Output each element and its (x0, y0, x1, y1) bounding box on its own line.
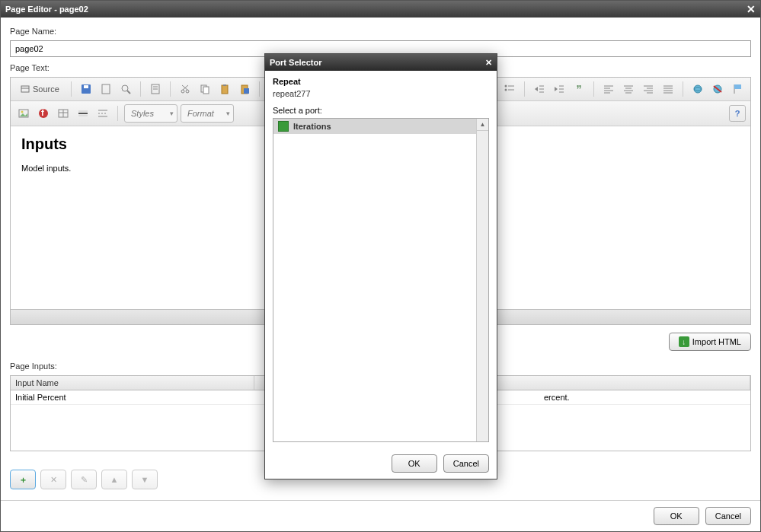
indent-button[interactable] (551, 81, 568, 97)
svg-point-11 (186, 90, 189, 93)
modal-subheader: repeat277 (273, 89, 489, 98)
window-title: Page Editor - page02 (5, 5, 88, 14)
svg-text:f: f (41, 108, 44, 117)
svg-rect-17 (223, 84, 226, 86)
toolbar-separator (524, 81, 525, 97)
modal-titlebar: Port Selector ✕ (265, 54, 497, 71)
align-justify-button[interactable] (660, 81, 676, 97)
hr-button[interactable] (75, 105, 91, 122)
paste-word-icon (239, 84, 250, 94)
svg-point-10 (181, 90, 184, 93)
flash-icon: f (38, 108, 49, 119)
source-icon (21, 84, 30, 94)
import-html-button[interactable]: ↓ Import HTML (669, 333, 751, 351)
svg-marker-29 (535, 87, 538, 91)
toolbar-separator (593, 81, 594, 97)
svg-point-5 (122, 85, 128, 91)
flash-button[interactable]: f (35, 105, 52, 122)
outdent-button[interactable] (531, 81, 548, 97)
modal-body: Repeat repeat277 Select a port: Iteratio… (265, 71, 497, 448)
format-dropdown[interactable]: Format (181, 104, 234, 123)
port-item-label: Iterations (293, 122, 331, 131)
port-icon (278, 121, 289, 132)
table-button[interactable] (55, 105, 72, 122)
import-html-label: Import HTML (692, 337, 741, 346)
link-button[interactable] (689, 81, 706, 97)
unlink-button[interactable] (709, 81, 726, 97)
move-down-button[interactable]: ▼ (132, 470, 158, 489)
toolbar-separator (140, 81, 141, 97)
move-up-button[interactable]: ▲ (101, 470, 127, 489)
bullet-list-button[interactable] (501, 81, 518, 97)
source-label: Source (33, 84, 59, 94)
svg-rect-0 (21, 86, 29, 92)
help-button[interactable]: ? (729, 105, 746, 122)
flag-icon (732, 84, 743, 94)
paste-word-button[interactable] (236, 81, 253, 97)
templates-button[interactable] (147, 81, 164, 97)
scroll-up-icon[interactable]: ▲ (477, 119, 488, 131)
align-right-button[interactable] (640, 81, 657, 97)
cancel-label: Cancel (715, 511, 741, 521)
styles-dropdown[interactable]: Styles (124, 104, 177, 123)
unlink-icon (711, 84, 724, 94)
template-icon (151, 84, 160, 94)
port-selector-dialog: Port Selector ✕ Repeat repeat277 Select … (264, 53, 497, 479)
scrollbar[interactable]: ▲ (476, 119, 488, 441)
modal-ok-button[interactable]: OK (392, 454, 437, 473)
remove-input-button[interactable]: ✕ (40, 470, 66, 489)
svg-rect-57 (734, 84, 741, 89)
toolbar-separator (683, 81, 683, 97)
save-button[interactable] (78, 81, 94, 97)
align-right-icon (643, 84, 654, 94)
paste-icon (219, 84, 230, 94)
main-cancel-button[interactable]: Cancel (705, 507, 751, 525)
magnifier-icon (120, 84, 131, 94)
svg-point-53 (694, 85, 702, 93)
main-footer-buttons: OK Cancel (1, 500, 760, 531)
ul-icon (504, 84, 515, 94)
edit-input-button[interactable]: ✎ (71, 470, 97, 489)
titlebar: Page Editor - page02 ✕ (1, 1, 760, 18)
pagebreak-button[interactable] (94, 105, 111, 122)
format-label: Format (187, 109, 214, 118)
modal-footer: OK Cancel (265, 448, 497, 479)
copy-icon (200, 84, 210, 94)
page-name-label: Page Name: (10, 27, 751, 36)
download-icon: ↓ (679, 336, 689, 347)
image-button[interactable] (15, 105, 32, 122)
preview-button[interactable] (117, 81, 134, 97)
new-page-button[interactable] (98, 81, 114, 97)
pagebreak-icon (98, 109, 108, 118)
table-icon (58, 109, 69, 118)
plus-icon: ＋ (19, 474, 27, 486)
quote-icon: ” (577, 83, 582, 95)
close-icon[interactable]: ✕ (747, 3, 756, 15)
main-ok-button[interactable]: OK (654, 507, 699, 525)
align-center-button[interactable] (620, 81, 637, 97)
port-list[interactable]: Iterations (273, 119, 476, 441)
scissors-icon (180, 84, 190, 94)
add-input-button[interactable]: ＋ (10, 470, 36, 489)
source-button[interactable]: Source (15, 81, 65, 97)
svg-line-13 (182, 85, 187, 90)
page-icon (101, 84, 110, 94)
copy-button[interactable] (197, 81, 213, 97)
cell-input-name: Initial Percent (11, 390, 254, 404)
modal-title: Port Selector (270, 58, 321, 67)
modal-cancel-button[interactable]: Cancel (443, 454, 489, 473)
port-item-iterations[interactable]: Iterations (273, 119, 476, 134)
blockquote-button[interactable]: ” (571, 81, 587, 97)
modal-close-icon[interactable]: ✕ (485, 58, 492, 68)
ok-label: OK (670, 511, 683, 521)
save-icon (81, 84, 91, 94)
modal-header: Repeat (273, 77, 489, 86)
anchor-button[interactable] (729, 81, 746, 97)
col-input-name[interactable]: Input Name (11, 376, 254, 390)
outdent-icon (534, 84, 545, 94)
select-port-label: Select a port: (273, 106, 489, 115)
paste-button[interactable] (216, 81, 233, 97)
cut-button[interactable] (177, 81, 193, 97)
image-icon (18, 109, 29, 118)
align-left-button[interactable] (600, 81, 617, 97)
